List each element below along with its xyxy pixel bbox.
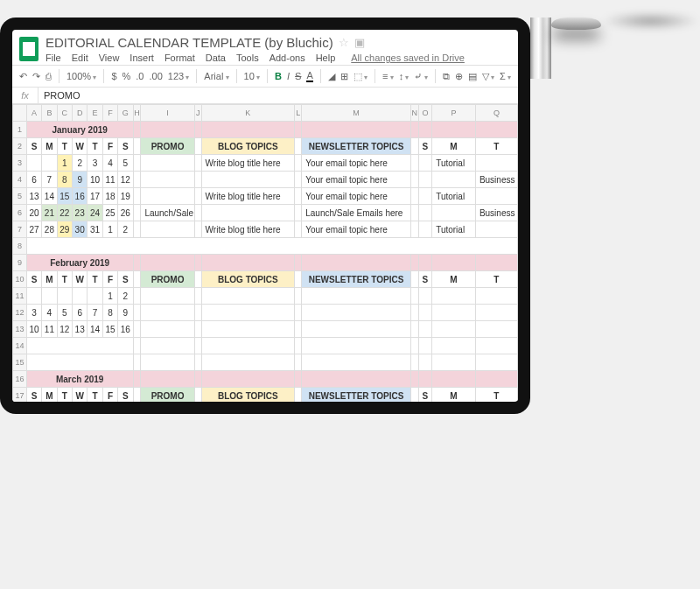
cal-cell[interactable] (26, 155, 41, 172)
decimal-dec-icon[interactable]: .0 (136, 71, 144, 81)
cal-cell[interactable]: 1 (102, 288, 117, 305)
cal-cell[interactable]: 2 (118, 221, 133, 238)
cal-cell[interactable]: 1 (57, 155, 72, 172)
cal-cell[interactable]: 2 (118, 288, 133, 305)
filter-icon[interactable]: ▽ (482, 71, 494, 82)
day-header[interactable]: S (118, 138, 133, 155)
col-m[interactable]: M (432, 271, 476, 288)
table-row[interactable]: 13 10111213141516 (13, 321, 518, 338)
menu-view[interactable]: View (99, 53, 120, 63)
cal-cell[interactable]: 4 (42, 305, 57, 321)
news-header[interactable]: NEWSLETTER TOPICS (302, 388, 411, 403)
menu-tools[interactable]: Tools (236, 53, 259, 63)
cal-cell[interactable] (42, 288, 57, 305)
menu-data[interactable]: Data (206, 53, 226, 63)
day-header[interactable]: S (26, 388, 41, 403)
col-header[interactable]: O (418, 105, 431, 122)
cal-cell[interactable]: 10 (88, 172, 102, 188)
day-header[interactable]: T (88, 388, 102, 403)
day-header[interactable]: S (118, 388, 133, 403)
menu-help[interactable]: Help (316, 53, 336, 63)
table-row[interactable]: 15 (13, 354, 518, 371)
day-header[interactable]: F (102, 271, 117, 288)
table-row[interactable]: 14 (13, 338, 518, 354)
m-cell[interactable]: Tutorial (432, 188, 476, 205)
col-header[interactable]: I (141, 105, 194, 122)
menu-edit[interactable]: Edit (72, 53, 88, 63)
menu-insert[interactable]: Insert (130, 53, 154, 63)
currency-icon[interactable]: $ (111, 71, 116, 81)
day-header[interactable]: F (102, 388, 117, 403)
cal-cell[interactable] (26, 288, 41, 305)
news-cell[interactable]: Your email topic here (302, 172, 411, 188)
news-cell[interactable]: Launch/Sale Emails here (302, 205, 411, 221)
table-row[interactable]: 11 12 (13, 288, 518, 305)
decimal-inc-icon[interactable]: .00 (149, 71, 162, 81)
cal-cell[interactable]: 2 (72, 155, 87, 172)
col-s[interactable]: S (418, 138, 431, 155)
cal-cell[interactable] (42, 155, 57, 172)
col-header[interactable]: D (72, 105, 87, 122)
link-icon[interactable]: ⧉ (443, 71, 450, 82)
m-cell[interactable]: Tutorial (432, 155, 476, 172)
day-header[interactable]: T (57, 271, 72, 288)
blog-cell[interactable]: Write blog title here (201, 188, 294, 205)
cal-cell[interactable]: 31 (88, 221, 102, 238)
cal-cell[interactable]: 29 (57, 221, 72, 238)
day-header[interactable]: T (88, 271, 102, 288)
menu-addons[interactable]: Add-ons (270, 53, 305, 63)
table-row[interactable]: 1 January 2019 (13, 122, 518, 138)
col-header[interactable]: H (133, 105, 141, 122)
menu-file[interactable]: File (46, 53, 61, 63)
table-row[interactable]: 12 3456789 (13, 305, 518, 321)
table-row[interactable]: 6 20 21 22 23 24 25 26 Launch/Sale Launc… (13, 205, 518, 221)
day-header[interactable]: S (118, 271, 133, 288)
font-select[interactable]: Arial (204, 71, 228, 81)
col-s[interactable]: S (418, 388, 431, 403)
percent-icon[interactable]: % (122, 71, 131, 81)
spreadsheet-grid[interactable]: A B C D E F G H I J K L M N O P Q (12, 104, 518, 402)
cal-cell[interactable]: 13 (72, 321, 87, 338)
col-header[interactable]: F (102, 105, 117, 122)
cal-cell[interactable]: 9 (118, 305, 133, 321)
cal-cell[interactable]: 25 (102, 205, 117, 221)
cal-cell[interactable] (72, 288, 87, 305)
cal-cell[interactable] (88, 288, 102, 305)
cal-cell[interactable]: 12 (118, 172, 133, 188)
blog-header[interactable]: BLOG TOPICS (201, 138, 294, 155)
col-t[interactable]: T (475, 388, 517, 403)
table-row[interactable]: 2 S M T W T F S PROMO BLOG TOPICS NEWSLE… (13, 138, 518, 155)
table-row[interactable]: 4 6 7 8 9 10 11 12 Your email topic here… (13, 172, 518, 188)
day-header[interactable]: M (42, 271, 57, 288)
text-color-button[interactable]: A (306, 70, 312, 82)
cal-cell[interactable]: 8 (102, 305, 117, 321)
cal-cell[interactable]: 21 (42, 205, 57, 221)
table-row[interactable]: 16 March 2019 (13, 371, 518, 388)
redo-icon[interactable]: ↷ (32, 71, 40, 82)
col-header[interactable]: N (410, 105, 418, 122)
cal-cell[interactable]: 11 (102, 172, 117, 188)
functions-icon[interactable]: Σ (500, 71, 511, 81)
table-row[interactable]: 7 27 28 29 30 31 1 2 Write blog title he… (13, 221, 518, 238)
col-m[interactable]: M (432, 138, 476, 155)
cal-cell[interactable]: 6 (26, 172, 41, 188)
table-row[interactable]: 8 (13, 238, 518, 255)
zoom-select[interactable]: 100% (66, 71, 96, 81)
col-s[interactable]: S (418, 271, 431, 288)
col-header[interactable]: Q (475, 105, 517, 122)
italic-button[interactable]: I (287, 71, 290, 81)
news-cell[interactable]: Your email topic here (302, 155, 411, 172)
table-row[interactable]: 9 February 2019 (13, 255, 518, 271)
print-icon[interactable]: ⎙ (46, 71, 52, 81)
cal-cell[interactable]: 30 (72, 221, 87, 238)
folder-icon[interactable]: ▣ (354, 36, 365, 49)
promo-header[interactable]: PROMO (141, 271, 194, 288)
blog-cell[interactable]: Write blog title here (201, 155, 294, 172)
cal-cell[interactable] (57, 288, 72, 305)
merge-icon[interactable]: ⬚ (354, 71, 368, 82)
table-row[interactable]: 17 S M T W T F S PROMO BLOG TOPICS NEWSL… (13, 388, 518, 403)
star-icon[interactable]: ☆ (339, 36, 349, 49)
m-cell[interactable]: Tutorial (432, 221, 476, 238)
cal-cell[interactable]: 3 (88, 155, 102, 172)
font-size-select[interactable]: 10 (244, 71, 260, 81)
